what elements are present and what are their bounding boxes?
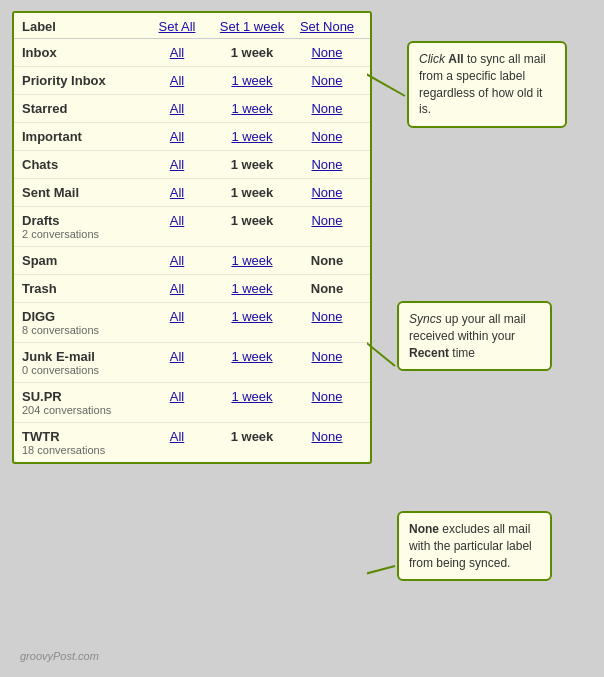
table-row: Sent MailAll1 weekNone [14,179,370,207]
table-row: ChatsAll1 weekNone [14,151,370,179]
row-label-sent-mail: Sent Mail [22,185,142,200]
callout-top: Click All to sync all mail from a specif… [407,41,567,128]
row-name: Inbox [22,45,142,60]
callout-top-bold: All [448,52,463,66]
row-none-link[interactable]: None [292,45,362,60]
row-name: Chats [22,157,142,172]
row-all-link[interactable]: All [142,45,212,60]
row-week-link[interactable]: 1 week [212,281,292,296]
row-name: Junk E-mail [22,349,142,364]
table-row: InboxAll1 weekNone [14,39,370,67]
svg-line-0 [367,66,405,96]
row-label-su.pr: SU.PR204 conversations [22,389,142,416]
row-name: DIGG [22,309,142,324]
row-all-link[interactable]: All [142,129,212,144]
row-none-link[interactable]: None [292,73,362,88]
row-week-link[interactable]: 1 week [212,389,292,404]
row-week-link[interactable]: 1 week [212,213,292,228]
row-label-trash: Trash [22,281,142,296]
svg-line-2 [367,566,395,576]
row-none-link[interactable]: None [292,281,362,296]
table-row: SU.PR204 conversationsAll1 weekNone [14,383,370,423]
callout-bottom-bold: None [409,522,439,536]
row-label-starred: Starred [22,101,142,116]
row-week-link[interactable]: 1 week [212,253,292,268]
row-sub: 18 conversations [22,444,142,456]
callout-mid-italic: Syncs [409,312,442,326]
table-row: TrashAll1 weekNone [14,275,370,303]
row-name: Starred [22,101,142,116]
row-all-link[interactable]: All [142,389,212,404]
row-all-link[interactable]: All [142,253,212,268]
row-week-link[interactable]: 1 week [212,101,292,116]
row-week-link[interactable]: 1 week [212,309,292,324]
row-label-spam: Spam [22,253,142,268]
row-week-link[interactable]: 1 week [212,429,292,444]
set-week-header[interactable]: Set 1 week [212,19,292,34]
row-label-priority-inbox: Priority Inbox [22,73,142,88]
row-all-link[interactable]: All [142,101,212,116]
table-row: Junk E-mail0 conversationsAll1 weekNone [14,343,370,383]
row-all-link[interactable]: All [142,157,212,172]
row-sub: 8 conversations [22,324,142,336]
table-row: ImportantAll1 weekNone [14,123,370,151]
table-row: SpamAll1 weekNone [14,247,370,275]
row-none-link[interactable]: None [292,101,362,116]
row-none-link[interactable]: None [292,129,362,144]
callout-mid-bold: Recent [409,346,449,360]
row-week-link[interactable]: 1 week [212,45,292,60]
row-week-link[interactable]: 1 week [212,157,292,172]
sync-table: Label Set All Set 1 week Set None InboxA… [12,11,372,464]
row-label-twtr: TWTR18 conversations [22,429,142,456]
row-label-drafts: Drafts2 conversations [22,213,142,240]
row-name: Sent Mail [22,185,142,200]
table-header: Label Set All Set 1 week Set None [14,13,370,39]
row-none-link[interactable]: None [292,389,362,404]
table-row: Drafts2 conversationsAll1 weekNone [14,207,370,247]
row-name: SU.PR [22,389,142,404]
row-all-link[interactable]: All [142,73,212,88]
callout-top-italic: Click [419,52,448,66]
row-none-link[interactable]: None [292,185,362,200]
row-name: Drafts [22,213,142,228]
row-all-link[interactable]: All [142,213,212,228]
table-row: Priority InboxAll1 weekNone [14,67,370,95]
row-label-important: Important [22,129,142,144]
row-week-link[interactable]: 1 week [212,73,292,88]
table-row: StarredAll1 weekNone [14,95,370,123]
row-none-link[interactable]: None [292,349,362,364]
header-label: Label [22,19,142,34]
row-name: Trash [22,281,142,296]
watermark: groovyPost.com [20,650,99,662]
row-sub: 0 conversations [22,364,142,376]
row-none-link[interactable]: None [292,253,362,268]
row-none-link[interactable]: None [292,157,362,172]
row-week-link[interactable]: 1 week [212,129,292,144]
row-name: Spam [22,253,142,268]
row-label-chats: Chats [22,157,142,172]
row-label-junk-e-mail: Junk E-mail0 conversations [22,349,142,376]
table-row: DIGG8 conversationsAll1 weekNone [14,303,370,343]
table-row: TWTR18 conversationsAll1 weekNone [14,423,370,462]
set-none-header[interactable]: Set None [292,19,362,34]
row-none-link[interactable]: None [292,309,362,324]
row-sub: 2 conversations [22,228,142,240]
row-all-link[interactable]: All [142,309,212,324]
row-name: Important [22,129,142,144]
row-all-link[interactable]: All [142,349,212,364]
row-week-link[interactable]: 1 week [212,349,292,364]
callout-bottom: None excludes all mail with the particul… [397,511,552,581]
row-all-link[interactable]: All [142,429,212,444]
row-name: Priority Inbox [22,73,142,88]
row-sub: 204 conversations [22,404,142,416]
callout-mid: Syncs up your all mail received within y… [397,301,552,371]
row-all-link[interactable]: All [142,185,212,200]
table-body: InboxAll1 weekNonePriority InboxAll1 wee… [14,39,370,462]
row-none-link[interactable]: None [292,429,362,444]
row-none-link[interactable]: None [292,213,362,228]
row-label-digg: DIGG8 conversations [22,309,142,336]
row-week-link[interactable]: 1 week [212,185,292,200]
set-all-header[interactable]: Set All [142,19,212,34]
svg-line-1 [367,331,395,366]
row-all-link[interactable]: All [142,281,212,296]
